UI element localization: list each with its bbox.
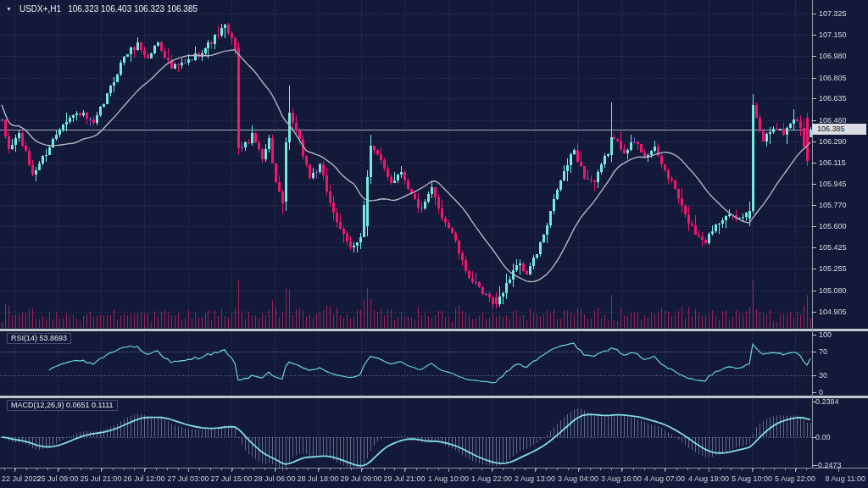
macd-indicator-label: MACD(12,26,9) 0.0651 0.1111 [7, 400, 118, 411]
symbol-timeframe: USDX+,H1 [19, 4, 61, 14]
chart-canvas[interactable] [0, 0, 868, 488]
chart-title: ▼USDX+,H1106.323 106.403 106.323 106.385 [6, 4, 198, 14]
rsi-indicator-label: RSI(14) 53.8693 [7, 333, 71, 344]
trading-chart-window: { "window": { "symbol_timeframe": "USDX+… [0, 0, 868, 488]
ohlc-values: 106.323 106.403 106.323 106.385 [68, 4, 198, 14]
ohlc-dropdown-icon[interactable]: ▼ [6, 6, 12, 12]
current-price-badge: 106.385 [812, 124, 866, 135]
